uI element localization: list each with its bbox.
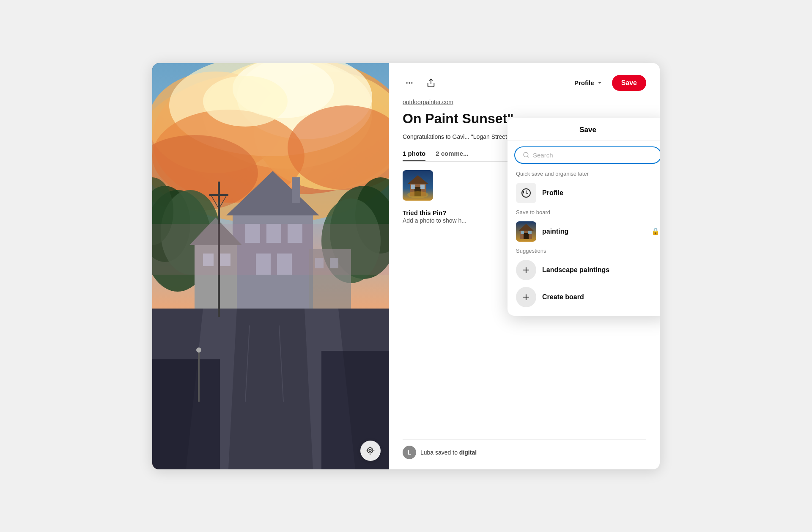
svg-line-68	[527, 156, 529, 157]
svg-point-56	[406, 82, 408, 83]
lock-icon: 🔒	[651, 227, 660, 235]
profile-board-name: Profile	[542, 189, 660, 197]
footer-saved-text: Luba saved to digital	[420, 449, 477, 456]
create-board-item[interactable]: + Create board	[508, 284, 660, 311]
top-bar-right: Profile Save	[569, 75, 646, 91]
svg-point-66	[407, 191, 428, 198]
profile-board-item[interactable]: Profile	[508, 179, 660, 207]
image-panel	[152, 63, 389, 469]
user-avatar: L	[403, 446, 416, 459]
profile-history-icon	[516, 183, 536, 203]
profile-label: Profile	[574, 79, 594, 86]
svg-rect-33	[292, 177, 300, 203]
lens-button[interactable]	[360, 441, 381, 461]
svg-point-51	[369, 449, 371, 452]
footer-board-name: digital	[459, 449, 477, 456]
share-button[interactable]	[424, 76, 438, 90]
painting-board-thumb	[516, 221, 536, 242]
svg-rect-75	[528, 231, 532, 234]
dropdown-title: Save	[508, 118, 660, 141]
content-panel: Profile Save outdoorpainter.com On Paint…	[389, 63, 660, 469]
page-container: Profile Save outdoorpainter.com On Paint…	[0, 0, 812, 532]
landscape-paintings-label: Landscape paintings	[542, 266, 660, 274]
more-options-button[interactable]	[403, 76, 416, 90]
save-button[interactable]: Save	[612, 75, 646, 91]
painting-board-name: painting	[542, 228, 645, 235]
svg-point-50	[368, 447, 373, 453]
source-link[interactable]: outdoorpainter.com	[403, 99, 646, 105]
svg-rect-47	[152, 224, 389, 275]
svg-rect-48	[198, 351, 200, 402]
create-board-icon: +	[516, 287, 536, 307]
search-input[interactable]	[533, 152, 653, 159]
svg-point-13	[203, 76, 288, 127]
top-bar: Profile Save	[403, 75, 646, 91]
tab-comments[interactable]: 2 comme...	[436, 150, 469, 161]
quick-save-label: Quick save and organise later	[508, 168, 660, 179]
profile-dropdown-button[interactable]: Profile	[569, 76, 608, 90]
painting-image	[152, 63, 389, 469]
landscape-paintings-item[interactable]: + Landscape paintings	[508, 256, 660, 284]
svg-rect-64	[411, 185, 415, 189]
tab-photos[interactable]: 1 photo	[403, 150, 425, 161]
svg-rect-74	[521, 231, 524, 234]
top-bar-left	[403, 76, 438, 90]
footer-bar: L Luba saved to digital	[403, 439, 646, 459]
painting-board-item[interactable]: painting 🔒	[508, 218, 660, 245]
svg-point-57	[409, 82, 410, 83]
svg-point-58	[411, 82, 412, 83]
footer-username: Luba saved to	[420, 449, 458, 456]
svg-marker-23	[228, 309, 313, 469]
svg-rect-65	[420, 185, 425, 189]
svg-rect-39	[209, 194, 228, 196]
search-box-container	[514, 146, 660, 164]
comment-thumbnail	[403, 170, 433, 201]
svg-rect-73	[524, 233, 529, 239]
pin-card: Profile Save outdoorpainter.com On Paint…	[152, 63, 660, 469]
svg-rect-45	[152, 359, 220, 469]
search-icon	[523, 152, 529, 158]
add-landscape-icon: +	[516, 260, 536, 280]
svg-point-67	[524, 152, 528, 157]
svg-point-49	[196, 347, 201, 353]
suggestions-label: Suggestions	[508, 245, 660, 256]
save-dropdown: Save Quick save and organise later	[508, 118, 660, 316]
save-to-board-label: Save to board	[508, 207, 660, 218]
create-board-label: Create board	[542, 293, 660, 301]
